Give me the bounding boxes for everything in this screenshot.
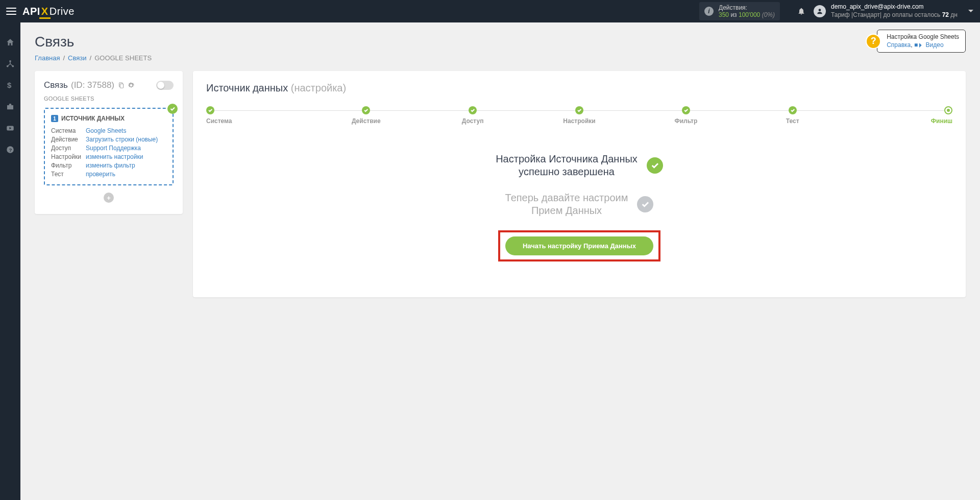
logo-text-1: API (22, 6, 40, 17)
svg-point-0 (819, 9, 821, 11)
actions-total: 100'000 (739, 11, 760, 18)
actions-pct: (0%) (762, 11, 775, 18)
user-tariff: Тариф |Стандарт| до оплаты осталось 72 д… (831, 11, 958, 19)
actions-used: 350 (719, 11, 729, 18)
info-icon: i (704, 7, 714, 16)
bell-icon[interactable] (797, 7, 805, 16)
actions-counter[interactable]: i Действия: 350 из 100'000 (0%) (699, 2, 780, 21)
user-menu[interactable]: demo_apix_drive@apix-drive.com Тариф |Ст… (814, 3, 974, 19)
logo-text-2: Drive (50, 6, 75, 17)
hamburger-menu[interactable] (6, 8, 16, 15)
avatar-icon (814, 5, 826, 17)
chevron-down-icon (968, 9, 974, 13)
user-email: demo_apix_drive@apix-drive.com (831, 3, 958, 11)
logo-x: X (40, 6, 50, 17)
logo[interactable]: APIXDrive (22, 6, 75, 17)
actions-label: Действия: (719, 4, 775, 11)
